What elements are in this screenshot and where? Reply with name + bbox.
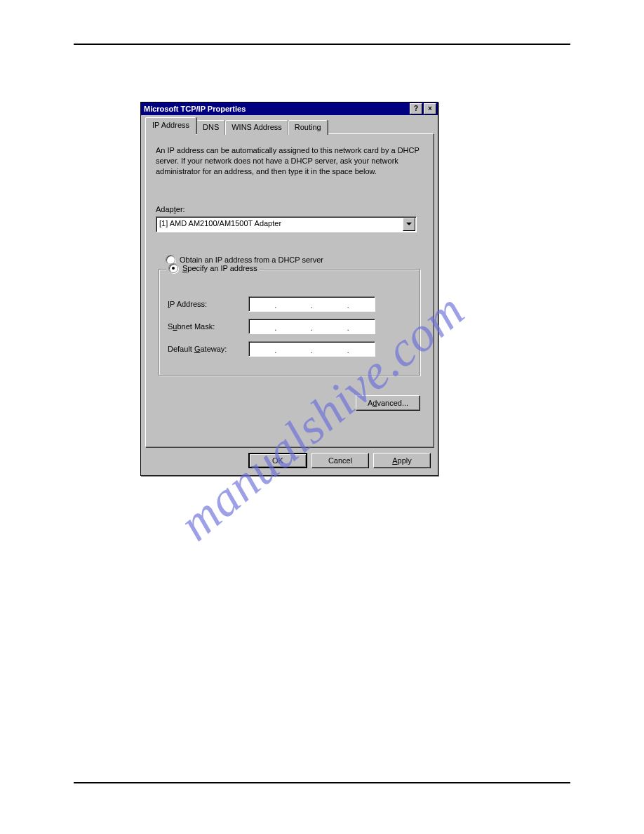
subnet-mask-input[interactable]: ... xyxy=(248,319,375,334)
tab-wins-address[interactable]: WINS Address xyxy=(225,120,288,135)
help-button[interactable]: ? xyxy=(410,103,422,114)
radio-specify[interactable]: Specify an IP address xyxy=(166,263,260,273)
specify-ip-groupbox: Specify an IP address IP Address: ... Su… xyxy=(159,269,420,376)
ip-address-label: IP Address: xyxy=(168,300,248,308)
tab-routing[interactable]: Routing xyxy=(288,120,328,135)
adapter-value: [1] AMD AM2100/AM1500T Adapter xyxy=(156,217,402,232)
default-gateway-label: Default Gateway: xyxy=(168,345,248,353)
tcpip-properties-dialog: Microsoft TCP/IP Properties ? × IP Addre… xyxy=(140,102,438,476)
radio-specify-label: Specify an IP address xyxy=(182,264,257,272)
adapter-label: Adapter: xyxy=(156,205,423,213)
field-row-subnet: Subnet Mask: ... xyxy=(168,319,411,334)
ip-address-input[interactable]: ... xyxy=(248,296,375,312)
titlebar-title: Microsoft TCP/IP Properties xyxy=(144,105,408,113)
tabpane-ip-address: An IP address can be automatically assig… xyxy=(145,133,434,447)
field-row-gateway: Default Gateway: ... xyxy=(168,341,411,357)
ok-button[interactable]: OK xyxy=(248,453,307,468)
field-row-ip: IP Address: ... xyxy=(168,296,411,312)
dialog-body: IP Address DNS WINS Address Routing An I… xyxy=(141,115,438,475)
page-bottom-rule xyxy=(74,782,570,783)
dropdown-arrow-icon[interactable] xyxy=(403,218,415,231)
close-button[interactable]: × xyxy=(424,103,436,114)
apply-button[interactable]: Apply xyxy=(373,453,431,468)
page-top-rule xyxy=(74,44,570,45)
subnet-mask-label: Subnet Mask: xyxy=(168,322,248,331)
tab-ip-address[interactable]: IP Address xyxy=(145,117,196,134)
tabbar: IP Address DNS WINS Address Routing xyxy=(145,119,434,134)
adapter-dropdown[interactable]: [1] AMD AM2100/AM1500T Adapter xyxy=(156,216,417,232)
radio-specify-indicator xyxy=(168,263,178,273)
tab-dns[interactable]: DNS xyxy=(196,120,225,135)
dialog-button-row: OK Cancel Apply xyxy=(145,447,434,471)
adapter-section: Adapter: [1] AMD AM2100/AM1500T Adapter xyxy=(156,205,423,232)
intro-text: An IP address can be automatically assig… xyxy=(156,145,423,177)
default-gateway-input[interactable]: ... xyxy=(248,341,375,357)
cancel-button[interactable]: Cancel xyxy=(311,453,369,468)
advanced-button[interactable]: Advanced... xyxy=(356,395,420,411)
titlebar: Microsoft TCP/IP Properties ? × xyxy=(141,102,438,115)
advanced-row: Advanced... xyxy=(156,395,423,411)
